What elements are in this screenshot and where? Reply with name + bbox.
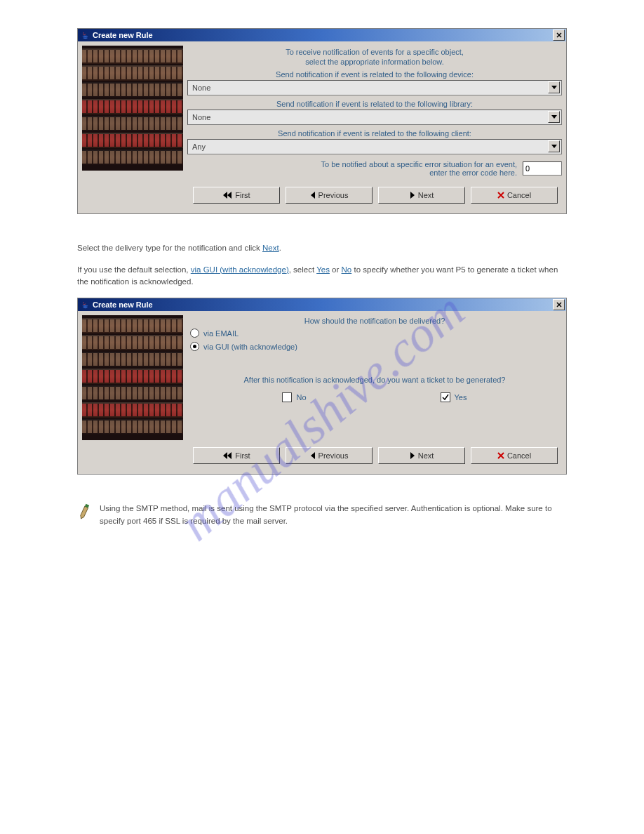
close-button[interactable] [553,299,565,310]
button-row: First Previous Next Cancel [82,440,562,470]
note-block: Using the SMTP method, mail is sent usin… [77,503,567,527]
device-value: None [192,84,210,92]
errorcode-label: To be notified about a specific error si… [321,160,517,177]
ack-question: After this notification is acknowledged,… [187,374,562,385]
device-label: Send notification if event is related to… [187,69,562,80]
cancel-icon [497,192,504,199]
prev-icon [310,192,316,199]
java-icon [81,300,90,310]
close-icon [556,32,562,38]
radio-email-label: via EMAIL [203,329,239,338]
titlebar: Create new Rule [78,29,566,41]
client-value: Any [192,143,206,151]
delivery-question: How should the notification be delivered… [187,315,562,326]
library-dropdown[interactable]: None [187,110,562,125]
dialog-create-rule-2: Create new Rule How should the notificat… [77,298,567,475]
pencil-note-icon [75,501,95,520]
device-dropdown[interactable]: None [187,80,562,95]
close-button[interactable] [553,29,565,41]
cancel-button[interactable]: Cancel [471,187,558,204]
radio-email[interactable] [190,329,199,338]
library-value: None [192,113,210,121]
checkbox-no-row[interactable]: No [282,392,306,402]
previous-button[interactable]: Previous [286,447,373,464]
rewind-icon [222,192,232,199]
next-button[interactable]: Next [378,187,465,204]
titlebar: Create new Rule [78,298,566,311]
java-icon [81,31,90,40]
dialog-title: Create new Rule [93,31,153,39]
link-via-gui[interactable]: via GUI (with acknowledge) [191,265,289,274]
previous-button[interactable]: Previous [286,187,373,204]
first-button[interactable]: First [193,447,280,464]
dropdown-arrow-icon [548,81,560,93]
radio-gui-label: via GUI (with acknowledge) [203,343,297,351]
checkbox-no-label: No [296,393,306,402]
dropdown-arrow-icon [548,111,560,123]
intro-text: To receive notification of events for a … [187,46,562,69]
wizard-graphic [82,46,183,171]
link-yes[interactable]: Yes [316,265,330,274]
button-row: First Previous Next Cancel [82,180,562,209]
first-button[interactable]: First [193,187,280,204]
dialog-title: Create new Rule [93,300,153,309]
next-icon [410,192,415,199]
client-dropdown[interactable]: Any [187,139,562,154]
prose-step: Select the delivery type for the notific… [77,242,567,254]
next-button[interactable]: Next [378,447,465,464]
radio-gui-row[interactable]: via GUI (with acknowledge) [187,340,562,353]
dropdown-arrow-icon [548,140,560,152]
close-icon [556,302,562,307]
rewind-icon [222,452,232,459]
checkbox-yes[interactable] [441,392,450,402]
wizard-graphic [82,315,183,440]
link-no[interactable]: No [342,265,352,274]
cancel-button[interactable]: Cancel [471,447,558,464]
next-icon [410,452,415,459]
client-label: Send notification if event is related to… [187,128,562,139]
dialog-create-rule-1: Create new Rule To receive notification … [77,28,567,214]
prose-para2: If you use the default selection, via GU… [77,264,567,289]
cancel-icon [497,452,504,459]
note-text: Using the SMTP method, mail is sent usin… [100,503,567,527]
checkbox-no[interactable] [282,392,292,402]
errorcode-input[interactable] [523,161,562,176]
radio-email-row[interactable]: via EMAIL [187,326,562,340]
prev-icon [310,452,316,459]
link-next[interactable]: Next [262,244,279,252]
library-label: Send notification if event is related to… [187,98,562,110]
checkbox-yes-label: Yes [455,393,467,402]
radio-gui[interactable] [190,342,199,351]
checkbox-yes-row[interactable]: Yes [441,392,467,402]
